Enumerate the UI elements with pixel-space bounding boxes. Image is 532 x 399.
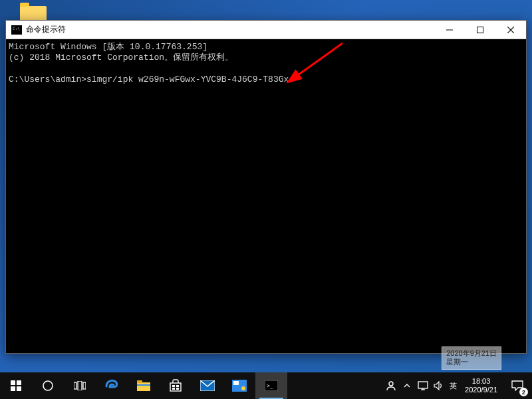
svg-rect-13	[137, 382, 150, 391]
taskbar-file-explorer-icon[interactable]	[128, 372, 160, 399]
svg-rect-10	[74, 382, 76, 389]
taskbar: >_ 英 18:03 2020/9/21 2	[0, 372, 532, 399]
svg-rect-29	[418, 382, 428, 388]
svg-rect-18	[176, 385, 179, 387]
taskbar-edge-icon[interactable]	[96, 372, 128, 399]
tray-people-icon[interactable]	[383, 372, 399, 399]
svg-rect-19	[172, 388, 175, 390]
cmd-icon	[11, 25, 22, 35]
notification-badge: 2	[519, 388, 528, 396]
taskbar-store-icon[interactable]	[160, 372, 192, 399]
taskbar-clock[interactable]: 18:03 2020/9/21	[460, 377, 503, 394]
svg-rect-20	[176, 388, 179, 390]
svg-rect-5	[11, 380, 15, 385]
terminal-output[interactable]: Microsoft Windows [版本 10.0.17763.253] (c…	[6, 39, 526, 353]
task-view-button[interactable]	[64, 372, 96, 399]
svg-rect-12	[83, 382, 86, 389]
svg-rect-15	[137, 384, 150, 386]
svg-rect-1	[477, 27, 483, 33]
svg-text:>_: >_	[267, 383, 273, 389]
clock-time: 18:03	[465, 377, 497, 386]
taskbar-mail-icon[interactable]	[192, 372, 223, 399]
command-prompt-window: 命令提示符 Microsoft Windows [版本 10.0.17763.2…	[5, 20, 527, 354]
svg-rect-17	[172, 385, 175, 387]
taskbar-cmd-icon[interactable]: >_	[255, 372, 287, 399]
svg-rect-24	[233, 381, 239, 385]
maximize-button[interactable]	[465, 21, 495, 39]
clock-tooltip: 2020年9月21日 星期一	[442, 346, 501, 370]
minimize-button[interactable]	[434, 21, 465, 39]
title-bar[interactable]: 命令提示符	[6, 21, 526, 39]
action-center-button[interactable]: 2	[503, 372, 532, 399]
terminal-command: slmgr/ipk w269n-wFGwx-YVC9B-4J6C9-T83Gx	[86, 74, 289, 84]
svg-point-25	[241, 386, 245, 390]
tray-volume-icon[interactable]	[431, 372, 447, 399]
start-button[interactable]	[0, 372, 32, 399]
svg-rect-6	[17, 380, 21, 385]
terminal-prompt: C:\Users\admin>	[9, 74, 86, 84]
svg-rect-7	[11, 386, 15, 391]
clock-date: 2020/9/21	[465, 386, 497, 394]
cortana-search-button[interactable]	[32, 372, 64, 399]
svg-rect-8	[17, 386, 21, 391]
tooltip-date: 2020年9月21日	[446, 349, 497, 358]
terminal-line-copyright: (c) 2018 Microsoft Corporation。保留所有权利。	[9, 53, 233, 63]
tooltip-weekday: 星期一	[446, 358, 497, 367]
tray-ime-indicator[interactable]: 英	[447, 381, 460, 391]
terminal-line-version: Microsoft Windows [版本 10.0.17763.253]	[9, 42, 207, 52]
svg-rect-16	[170, 383, 181, 391]
window-title: 命令提示符	[26, 24, 434, 35]
tray-chevron-up-icon[interactable]	[399, 372, 415, 399]
svg-marker-32	[434, 382, 439, 390]
svg-point-9	[43, 381, 53, 390]
svg-rect-14	[137, 380, 142, 383]
tray-network-icon[interactable]	[415, 372, 431, 399]
taskbar-app-icon[interactable]	[223, 372, 255, 399]
svg-point-28	[389, 382, 393, 386]
close-button[interactable]	[495, 21, 526, 39]
svg-rect-11	[78, 381, 82, 390]
